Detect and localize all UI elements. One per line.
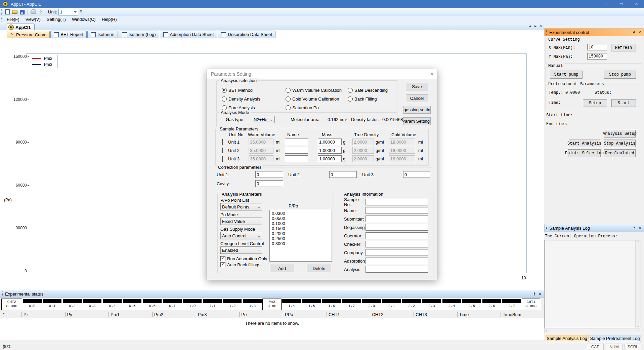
view-tab[interactable]: Isotherm(Log) [119,31,159,38]
tab-scroll-left-icon[interactable]: ◄ [528,24,532,28]
vertical-scrollbar[interactable]: ⌃⌄ [635,240,641,328]
cancel-button[interactable]: Cancel [406,94,428,102]
info-field-input[interactable] [366,232,428,239]
mass-input[interactable] [318,139,342,145]
xmax-input[interactable] [587,44,607,50]
warm-volume-input[interactable] [249,155,273,162]
warm-volume-input[interactable] [249,147,273,154]
name-input[interactable] [285,147,308,154]
degassing-settings-button[interactable]: gassing settin [403,106,431,114]
scroll-up-icon[interactable]: ⌃ [637,240,640,244]
points-selection-button[interactable]: Points Selection [568,149,601,157]
recalculated-button[interactable]: Recalculated [604,149,636,157]
column-header[interactable]: CHT2 [370,312,414,317]
analysis-setup-button[interactable]: Analysis Setup [604,130,636,138]
new-file-button[interactable] [4,9,11,15]
name-input[interactable] [285,139,308,145]
radio-option[interactable]: Back Filling [348,96,388,102]
unit-checkbox[interactable] [222,139,223,145]
column-header[interactable]: CHT3 [414,312,457,317]
panel-close-icon[interactable]: ✕ [638,226,641,230]
toolbar-overflow-icon[interactable]: ▾ [80,10,83,14]
column-header[interactable]: Pm1 [109,312,152,317]
true-density-input[interactable] [352,147,374,154]
menu-item[interactable]: Help(H) [99,16,120,23]
ppo-listbox[interactable]: 0.03000.05000.10000.15000.20000.25000.30… [269,210,332,262]
sample-analysis-log-header[interactable]: Sample Analysis Log ✕ [544,224,644,232]
stop-pump-button[interactable]: Stop pump [604,71,636,79]
view-tab[interactable]: Isotherm [87,31,118,38]
document-tab-appci1[interactable]: AppCI1 [6,24,35,31]
radio-option[interactable]: Saturation Po [286,105,342,110]
radio-option[interactable]: Pore Analysis [222,105,260,110]
panel-close-icon[interactable]: ✕ [638,30,641,35]
maximize-button[interactable]: ▭ [614,0,629,8]
info-field-input[interactable] [366,207,428,214]
cavity-correction-input[interactable] [255,180,283,187]
start-button[interactable]: Start [611,99,636,107]
select-combobox[interactable]: Auto Control⌄ [220,232,262,239]
info-field-input[interactable] [366,224,428,231]
pin-icon[interactable] [532,292,536,296]
close-button[interactable]: ✕ [629,0,644,8]
column-header[interactable]: Time [457,312,501,317]
column-header[interactable]: Py [65,312,109,317]
warm-volume-input[interactable] [249,139,273,145]
setup-button[interactable]: Setup [583,99,607,107]
save-button[interactable] [19,9,26,15]
minimize-button[interactable]: – [599,0,614,8]
save-button[interactable]: Save [406,83,428,90]
radio-option[interactable]: Density Analysis [222,96,260,102]
info-field-input[interactable] [366,216,428,222]
radio-option[interactable]: Warm Volume Calibration [286,87,342,93]
ppo-list-item[interactable]: 0.2500 [270,236,332,241]
tab-sample-pretreatment-log[interactable]: Sample Pretreatment Log [589,335,641,342]
unit-combobox[interactable]: 1 [58,9,78,15]
column-header[interactable]: TimeSum [501,312,544,317]
select-combobox[interactable]: Default Points⌄ [220,203,262,210]
mass-input[interactable] [318,147,342,154]
horizontal-scrollbar[interactable]: ‹› [544,328,640,333]
refresh-button[interactable]: Refresh [611,44,636,51]
name-input[interactable] [285,155,308,162]
chevron-down-icon[interactable] [73,9,78,15]
experimental-status-header[interactable]: Experimental status ✕ [0,290,544,298]
column-header[interactable]: * [0,312,22,317]
unit-checkbox[interactable] [222,156,223,162]
view-tab[interactable]: Adsorption Data Sheet [160,31,217,38]
mass-input[interactable] [318,155,342,162]
panel-close-icon[interactable]: ✕ [539,292,542,296]
ppo-list-item[interactable]: 0.0300 [270,211,332,216]
tab-sample-analysis-log[interactable]: Sample Analysis Log [545,335,589,342]
dialog-close-icon[interactable]: ✕ [430,71,434,77]
column-header[interactable]: PPo [283,312,327,317]
ppo-list-item[interactable]: 0.0500 [270,216,332,221]
true-density-input[interactable] [352,139,374,145]
view-tab[interactable]: BET Report [50,31,87,38]
cold-volume-input[interactable] [389,147,415,154]
unit-checkbox[interactable] [222,148,223,153]
radio-option[interactable]: Cold Volume Calibration [286,96,342,102]
ppo-list-item[interactable]: 0.1000 [270,221,332,226]
start-pump-button[interactable]: Start pump [550,71,583,79]
experimental-control-header[interactable]: Experimental control ✕ [544,28,644,36]
menu-item[interactable]: File(F) [4,16,23,23]
print-button[interactable] [30,9,37,15]
dialog-title-bar[interactable]: Parameters Setting ✕ [207,69,437,79]
checkbox-option[interactable]: Run Adsorption Only [220,256,267,261]
column-header[interactable]: Po [239,312,283,317]
start-analysis-button[interactable]: Start Analysis [569,140,600,147]
select-combobox[interactable]: Fixed Value⌄ [220,218,262,225]
menubar-grip[interactable] [1,17,2,22]
column-header[interactable]: Pz [22,312,65,317]
info-field-input[interactable] [366,266,428,273]
scroll-left-icon[interactable]: ‹ [546,329,547,333]
pin-icon[interactable] [632,31,636,34]
radio-option[interactable]: Safe Descending [348,87,388,93]
stop-analysis-button[interactable]: Stop Analysis [604,140,636,147]
pin-icon[interactable] [632,226,636,230]
tab-close-icon[interactable]: ✕ [539,24,542,28]
delete-button[interactable]: Delete [307,265,331,272]
menu-item[interactable]: Windows(C) [69,16,99,23]
cold-volume-input[interactable] [389,155,415,162]
